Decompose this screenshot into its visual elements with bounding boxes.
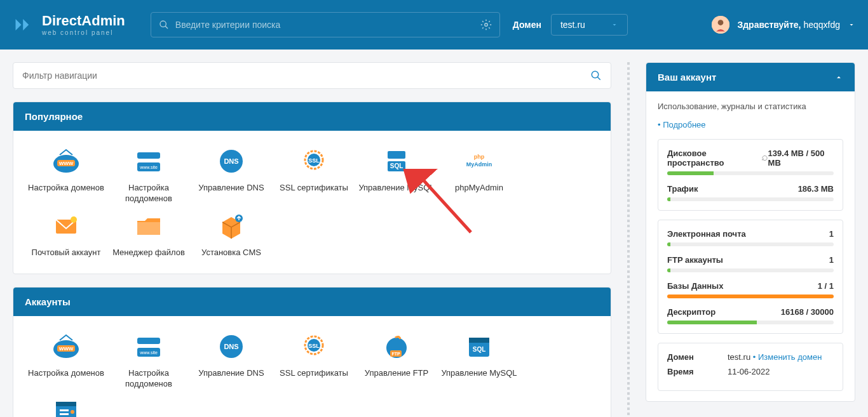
svg-rect-48 xyxy=(60,413,69,415)
search-input[interactable] xyxy=(175,20,480,30)
ftp-value: 1 xyxy=(829,255,834,265)
domain-label: Домен xyxy=(513,20,541,30)
email-label: Электронная почта xyxy=(667,229,746,239)
tile-mail[interactable]: Почтовый аккаунт xyxy=(25,211,107,258)
svg-rect-31 xyxy=(137,338,160,344)
svg-text:SSL: SSL xyxy=(308,157,320,164)
filter-box[interactable] xyxy=(13,62,611,89)
info-domain-val: test.ru xyxy=(728,352,750,362)
tile-label: Управление DNS xyxy=(198,368,264,379)
usage-box: Дисковое пространство 139.4 MB / 500 MB … xyxy=(658,139,843,211)
svg-text:www.site: www.site xyxy=(139,350,158,355)
box-icon xyxy=(216,211,247,241)
phpmyadmin-icon: phpMyAdmin xyxy=(464,146,494,176)
svg-rect-18 xyxy=(388,151,405,159)
domain-area: Домен test.ru xyxy=(513,14,628,36)
tile-label: SSL сертификаты xyxy=(280,183,348,194)
tile-label: SSL сертификаты xyxy=(280,368,348,379)
chevron-up-icon xyxy=(834,73,843,82)
chevron-down-icon xyxy=(611,21,618,29)
tile-ssl[interactable]: SSLSSL сертификаты xyxy=(273,146,355,204)
desc-value: 16168 / 30000 xyxy=(781,307,834,317)
tile-subdomain[interactable]: www.siteНастройка поддоменов xyxy=(107,331,190,390)
change-domain-link[interactable]: • Изменить домен xyxy=(753,352,822,362)
gear-icon[interactable] xyxy=(480,19,492,30)
domain-select[interactable]: test.ru xyxy=(551,14,628,36)
logo-icon xyxy=(13,13,36,36)
tile-label: Настройка поддоменов xyxy=(107,183,190,204)
tile-sql[interactable]: SQLУправление MySQL xyxy=(355,146,438,204)
globe-www-icon: WWW xyxy=(51,146,81,176)
info-domain-key: Домен xyxy=(667,352,715,362)
tile-ftp[interactable]: FTPУправление FTP xyxy=(355,331,438,390)
account-sidebar: Ваш аккаунт Использование, журналы и ста… xyxy=(646,62,855,402)
db-value: 1 / 1 xyxy=(818,281,834,291)
disk-value: 139.4 MB / 500 MB xyxy=(768,149,834,168)
chevron-down-icon xyxy=(848,21,855,29)
tile-folder[interactable]: Менеджер файлов xyxy=(107,211,190,258)
more-link[interactable]: • Подробнее xyxy=(658,120,706,129)
logo[interactable]: DirectAdmin web control panel xyxy=(13,13,125,36)
divider[interactable] xyxy=(627,62,630,417)
tile-label: Настройка доменов xyxy=(28,183,104,194)
info-time-val: 11-06-2022 xyxy=(728,367,770,376)
tile-globe-www[interactable]: WWWНастройка доменов xyxy=(25,331,107,390)
counts-box: Электронная почта 1 FTP аккаунты 1 Базы … xyxy=(658,220,843,334)
svg-text:SQL: SQL xyxy=(390,162,403,169)
panel-title: Аккаунты xyxy=(13,288,611,316)
ssl-icon: SSL xyxy=(299,331,329,362)
tile-dns[interactable]: DNSУправление DNS xyxy=(190,331,273,390)
tile-box[interactable]: Установка CMS xyxy=(190,211,273,258)
sql-window-icon: SQL xyxy=(464,331,494,362)
tile-label: Управление MySQL xyxy=(441,368,517,379)
tile-globe-www[interactable]: WWWНастройка доменов xyxy=(25,146,107,204)
tile-domain-pointer[interactable]: Доменные указатели xyxy=(25,395,107,417)
user-area[interactable]: Здравствуйте, heqqxfdg xyxy=(693,16,855,34)
svg-point-24 xyxy=(71,216,77,223)
tile-label: Управление DNS xyxy=(198,183,264,194)
header: DirectAdmin web control panel Домен test… xyxy=(0,0,868,50)
accounts-panel: Аккаунты WWWНастройка доменовwww.siteНас… xyxy=(13,287,611,417)
tile-subdomain[interactable]: www.siteНастройка поддоменов xyxy=(107,146,190,204)
svg-text:WWW: WWW xyxy=(59,346,74,352)
tile-label: phpMyAdmin xyxy=(455,183,503,194)
traffic-label: Трафик xyxy=(667,184,698,194)
svg-point-0 xyxy=(160,21,166,27)
tile-label: Управление FTP xyxy=(365,368,428,379)
info-box: Домен test.ru • Изменить домен Время 11-… xyxy=(658,343,843,391)
search-icon xyxy=(159,20,169,30)
sidebar-subtitle: Использование, журналы и статистика xyxy=(658,102,843,111)
logo-subtitle: web control panel xyxy=(42,29,125,36)
info-time-key: Время xyxy=(667,367,715,376)
svg-line-6 xyxy=(597,77,600,80)
domain-pointer-icon xyxy=(51,395,81,417)
tile-sql-window[interactable]: SQLУправление MySQL xyxy=(438,331,520,390)
tile-label: Настройка доменов xyxy=(28,368,104,379)
refresh-icon[interactable] xyxy=(761,154,768,162)
avatar xyxy=(712,16,729,34)
tile-dns[interactable]: DNSУправление DNS xyxy=(190,146,273,204)
tile-label: Установка CMS xyxy=(201,248,261,258)
ftp-icon: FTP xyxy=(381,331,412,362)
svg-rect-25 xyxy=(137,222,160,235)
svg-rect-46 xyxy=(56,402,76,406)
svg-point-5 xyxy=(592,71,599,78)
subdomain-icon: www.site xyxy=(133,331,164,362)
tile-label: Настройка поддоменов xyxy=(107,368,190,390)
svg-text:SQL: SQL xyxy=(473,346,486,353)
filter-input[interactable] xyxy=(22,70,590,81)
svg-text:FTP: FTP xyxy=(391,352,400,356)
popular-panel: Популярное WWWНастройка доменовwww.siteН… xyxy=(13,102,611,274)
svg-point-2 xyxy=(485,23,488,27)
disk-label: Дисковое пространство xyxy=(667,149,768,168)
svg-rect-47 xyxy=(60,409,69,411)
domain-value: test.ru xyxy=(560,20,585,30)
folder-icon xyxy=(133,211,164,241)
tile-phpmyadmin[interactable]: phpMyAdminphpMyAdmin xyxy=(438,146,520,204)
sidebar-title[interactable]: Ваш аккаунт xyxy=(646,63,855,91)
mail-icon xyxy=(51,211,81,241)
dns-icon: DNS xyxy=(216,331,247,362)
tile-ssl[interactable]: SSLSSL сертификаты xyxy=(273,331,355,390)
search-box[interactable] xyxy=(151,12,500,37)
svg-rect-10 xyxy=(137,152,160,159)
